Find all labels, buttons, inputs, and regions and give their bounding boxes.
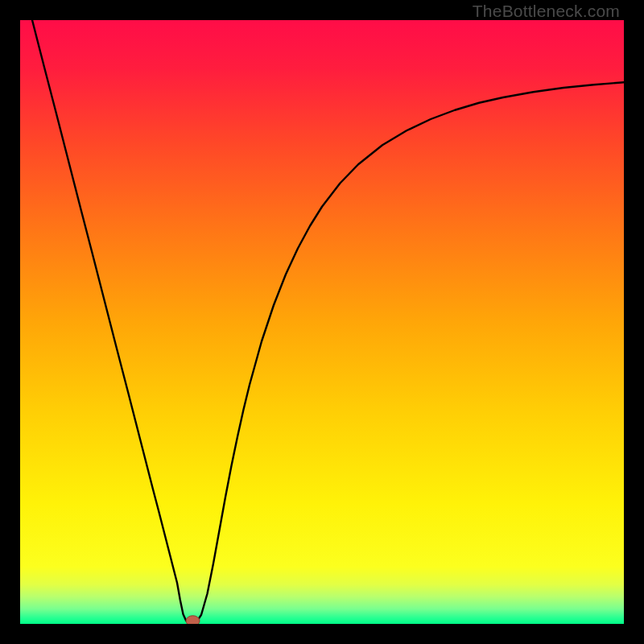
watermark-text: TheBottleneck.com — [473, 2, 620, 21]
optimal-point-marker — [186, 616, 200, 624]
chart-frame — [20, 20, 624, 624]
bottleneck-chart — [20, 20, 624, 624]
